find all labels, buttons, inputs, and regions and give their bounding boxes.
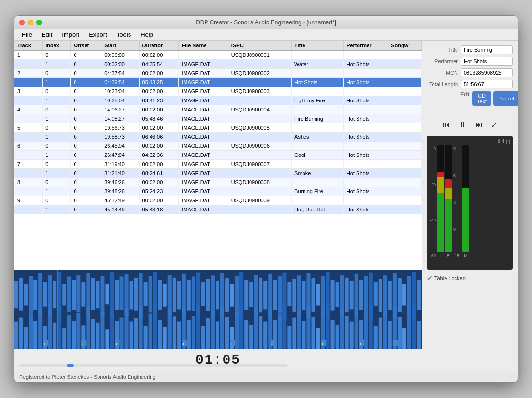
table-row[interactable]: 40014:06:2700:02:00IMAGE.DATUSQDJ0900004 — [14, 105, 422, 114]
svg-rect-32 — [163, 284, 167, 307]
pause-button[interactable]: ⏸ — [457, 119, 468, 131]
minimize-button[interactable] — [28, 20, 33, 25]
svg-rect-147 — [306, 306, 310, 349]
table-cell: 45:14:49 — [101, 205, 139, 214]
table-cell: 00:02:00 — [101, 60, 139, 69]
table-row[interactable]: 80039:46:2600:02:00IMAGE.DATUSQDJ0900008 — [14, 178, 422, 187]
table-row[interactable]: 1045:14:4905:43:18IMAGE.DATHot, Hot, Hot… — [14, 205, 422, 214]
svg-rect-23 — [120, 277, 124, 310]
svg-rect-157 — [355, 307, 358, 349]
cd-text-button[interactable]: CD Text — [472, 91, 491, 106]
meter-l-red — [437, 172, 444, 177]
svg-rect-120 — [177, 321, 181, 349]
svg-text:i: i — [322, 341, 323, 346]
table-cell: Hot Shots — [343, 96, 388, 105]
table-cell: 0 — [71, 160, 101, 169]
table-row[interactable]: 20004:37:5400:02:00IMAGE.DATUSQDJ0900002 — [14, 69, 422, 78]
to-end-button[interactable]: ⤢ — [489, 119, 499, 131]
table-cell: USQDJ0900006 — [228, 142, 291, 151]
meter-bar-r — [445, 145, 452, 252]
table-cell — [388, 114, 422, 123]
menu-help[interactable]: Help — [137, 30, 157, 39]
project-button[interactable]: Project — [493, 91, 518, 106]
scrollbar-track[interactable] — [19, 364, 288, 367]
svg-rect-128 — [216, 321, 219, 349]
svg-rect-79 — [388, 281, 392, 310]
table-cell: 2 — [14, 69, 43, 78]
svg-rect-74 — [364, 276, 368, 313]
menu-edit[interactable]: Edit — [38, 30, 56, 39]
svg-rect-34 — [173, 278, 176, 312]
table-row[interactable]: 50019:56:7300:02:00IMAGE.DATUSQDJ0900005 — [14, 123, 422, 133]
table-cell: 0 — [71, 196, 101, 205]
menu-export[interactable]: Export — [85, 30, 111, 39]
table-cell — [228, 169, 291, 178]
menu-import[interactable]: Import — [58, 30, 83, 39]
table-cell: 26:47:04 — [101, 151, 139, 160]
svg-rect-130 — [225, 317, 229, 349]
fast-forward-button[interactable]: ⏭ — [473, 119, 485, 131]
svg-rect-87 — [19, 317, 23, 349]
close-button[interactable] — [19, 20, 25, 25]
table-row[interactable]: 1004:39:5405:43:25IMAGE.DATHot ShotsHot … — [14, 78, 422, 87]
title-value: Fire Burning — [461, 45, 513, 54]
table-cell: 1 — [43, 60, 71, 69]
table-row[interactable]: 1019:58:7306:46:06IMAGE.DATAshesHot Shot… — [14, 133, 422, 142]
table-cell: 04:35:54 — [139, 60, 179, 69]
table-row[interactable]: 10000:00:0000:02:00USQDJ0900001 — [14, 51, 422, 60]
svg-rect-93 — [48, 311, 52, 349]
svg-rect-73 — [359, 280, 363, 310]
svg-rect-106 — [110, 304, 114, 349]
svg-rect-169 — [412, 303, 416, 349]
title-label: Title — [427, 47, 458, 53]
table-cell: 0 — [71, 205, 101, 214]
scrollbar-thumb[interactable] — [67, 364, 74, 367]
svg-rect-105 — [105, 329, 109, 349]
svg-rect-55 — [273, 280, 277, 310]
svg-rect-148 — [311, 317, 315, 349]
table-row[interactable]: 1010:25:0403:41:23IMAGE.DATLight my Fire… — [14, 96, 422, 105]
svg-rect-166 — [398, 317, 402, 349]
table-cell — [343, 196, 388, 205]
table-cell: 0 — [71, 142, 101, 151]
table-cell: 0 — [71, 96, 101, 105]
table-cell: 5 — [14, 123, 43, 133]
rewind-button[interactable]: ⏮ — [441, 119, 452, 131]
table-row[interactable]: 1014:08:2705:48:46IMAGE.DATFire BurningH… — [14, 114, 422, 123]
svg-rect-132 — [235, 312, 239, 349]
waveform-display[interactable]: i i i i i i i i i — [14, 270, 422, 349]
svg-rect-71 — [350, 281, 354, 310]
table-cell: Hot Shots — [343, 60, 388, 69]
menu-tools[interactable]: Tools — [113, 30, 135, 39]
table-cell: 04:37:54 — [101, 69, 139, 78]
svg-rect-28 — [144, 282, 148, 306]
table-row[interactable]: 60026:45:0400:02:00IMAGE.DATUSQDJ0900006 — [14, 142, 422, 151]
svg-rect-37 — [187, 280, 191, 310]
table-cell: 00:00:00 — [101, 51, 139, 60]
table-row[interactable]: 1031:21:4008:24:61IMAGE.DATSmokeHot Shot… — [14, 169, 422, 178]
table-row[interactable]: 1039:48:2605:24:23IMAGE.DATBurning FireH… — [14, 187, 422, 196]
table-cell: USQDJ0900004 — [228, 105, 291, 114]
svg-rect-76 — [374, 282, 378, 306]
table-cell: 0 — [43, 142, 71, 151]
menu-file[interactable]: File — [18, 30, 36, 39]
table-row[interactable]: 1026:47:0404:32:36IMAGE.DATCoolHot Shots — [14, 151, 422, 160]
table-row[interactable]: 70031:19:4000:02:00IMAGE.DATUSQDJ0900007 — [14, 160, 422, 169]
table-row[interactable]: 30010:23:0400:02:00IMAGE.DATUSQDJ0900003 — [14, 87, 422, 96]
table-row[interactable]: 1000:02:0004:35:54IMAGE.DATWaterHot Shot… — [14, 60, 422, 69]
table-cell: 1 — [14, 51, 43, 60]
table-cell: Hot Shots — [343, 133, 388, 142]
table-row[interactable]: 90045:12:4900:02:00IMAGE.DATUSQDJ0900009 — [14, 196, 422, 205]
svg-rect-25 — [130, 281, 133, 310]
svg-rect-88 — [24, 327, 28, 349]
svg-rect-104 — [100, 312, 104, 349]
maximize-button[interactable] — [36, 20, 42, 25]
track-table-container[interactable]: Track Index Offset Start Duration File N… — [14, 41, 422, 270]
table-cell — [388, 69, 422, 78]
svg-rect-149 — [316, 328, 320, 349]
total-length-row: Total Length 51:56:67 — [427, 80, 513, 88]
table-cell: Hot Shots — [343, 114, 388, 123]
table-cell — [388, 196, 422, 205]
table-cell: 14:06:27 — [101, 105, 139, 114]
svg-rect-4 — [29, 276, 33, 313]
